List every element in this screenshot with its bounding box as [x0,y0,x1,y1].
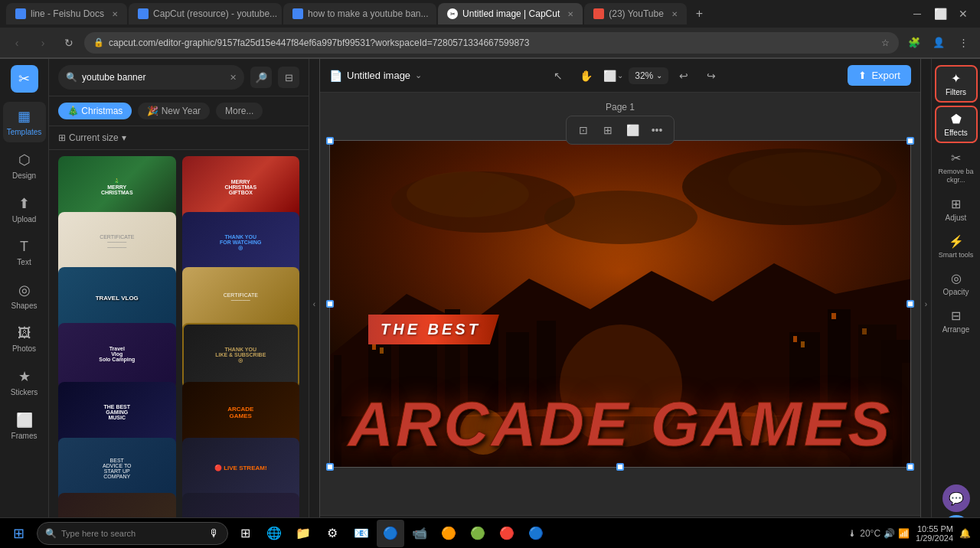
sidebar-item-design[interactable]: ⬡ Design [3,145,46,186]
network-wifi-icon[interactable]: 📶 [898,528,910,539]
export-button[interactable]: ⬆ Export [848,65,911,86]
bookmark-icon[interactable]: ☆ [881,38,890,48]
canvas-frame[interactable]: THE BEST ARCADE GAMES [329,140,911,468]
category-tab-new-year[interactable]: 🎉 New Year [138,103,210,119]
category-tab-more[interactable]: More... [216,103,263,119]
taskbar-right: 🌡 20°C 🔊 📶 10:55 PM 1/29/2024 🔔 [848,524,977,543]
handle-bottom-left[interactable] [326,463,334,471]
taskbar-app5-icon[interactable]: 🔵 [522,520,550,547]
more-options-button[interactable]: ••• [646,119,668,141]
doc-title-chevron-icon[interactable]: ⌄ [415,70,422,80]
current-size-section: ⊞ Current size ▾ [49,126,309,150]
hand-tool-button[interactable]: ✋ [573,64,598,88]
redo-button[interactable]: ↪ [699,64,724,88]
url-bar[interactable]: 🔒 capcut.com/editor-graphic/9157fa25d15e… [84,32,899,54]
search-box[interactable]: 🔍 ✕ [58,65,244,90]
category-tab-christmas[interactable]: 🎄 Christmas [58,103,132,119]
handle-bottom-right[interactable] [906,463,914,471]
right-item-adjust[interactable]: ⊞ Adjust [935,192,978,227]
frame-tool-button[interactable]: ⬜ ⌄ [601,64,626,88]
right-item-opacity[interactable]: ◎ Opacity [935,266,978,301]
handle-bottom-middle[interactable] [616,463,624,471]
tab-youtube[interactable]: (23) YouTube ✕ [584,3,687,24]
taskbar-settings-icon[interactable]: ⚙ [318,520,346,547]
cursor-tool-button[interactable]: ↖ [546,64,570,88]
background-button[interactable]: ⬜ [622,119,643,141]
taskbar-explorer-icon[interactable]: 📁 [289,520,317,547]
image-search-button[interactable]: 🔎 [250,67,272,88]
right-item-effects[interactable]: ⬟ Effects [935,106,978,143]
right-item-smart-tools[interactable]: ⚡ Smart tools [935,230,978,263]
right-item-filters[interactable]: ✦ Filters [935,65,978,103]
filter-button[interactable]: ⊟ [278,67,299,88]
window-restore[interactable]: ⬜ [929,3,951,24]
taskbar-clock[interactable]: 10:55 PM 1/29/2024 [916,524,953,543]
taskbar-chrome-icon[interactable]: 🔵 [377,520,404,547]
new-tab-button[interactable]: + [688,7,710,21]
tab-feishu[interactable]: line - Feishu Docs ✕ [6,3,127,24]
sidebar-item-templates[interactable]: ▦ Templates [3,102,46,142]
selection-toolbar: ⊡ ⊞ ⬜ ••• [566,116,675,145]
taskbar-app2-icon[interactable]: 🟠 [435,520,462,547]
extensions-icon[interactable]: 🧩 [903,32,925,54]
start-button[interactable]: ⊞ [3,520,34,547]
taskbar-search[interactable]: 🔍 Type here to search 🎙 [37,522,228,545]
browser-menu-icon[interactable]: ⋮ [952,32,974,54]
zoom-control[interactable]: 32% ⌄ [629,67,668,84]
sidebar-item-upload[interactable]: ⬆ Upload [3,189,46,230]
tab-favicon-youtube [593,8,604,19]
taskbar-edge-icon[interactable]: 🌐 [260,520,288,547]
current-size-button[interactable]: ⊞ Current size ▾ [58,132,299,143]
svg-rect-18 [372,344,376,350]
sidebar-item-shapes[interactable]: ◎ Shapes [3,276,46,316]
tab-capcut-res[interactable]: CapCut (resource) - youtube... ✕ [129,3,282,24]
ai-enhance-button[interactable]: ⊞ [597,119,619,141]
undo-button[interactable]: ↩ [671,64,696,88]
tab-untitled[interactable]: ✂ Untitled image | CapCut ✕ [438,3,583,24]
tab-close-untitled[interactable]: ✕ [567,10,573,18]
search-icon: 🔍 [66,72,77,83]
taskbar-mail-icon[interactable]: 📧 [348,520,375,547]
capcut-logo[interactable]: ✂ [11,65,38,93]
right-item-remove-bg[interactable]: ✂ Remove backgr... [935,146,978,189]
right-collapse-button[interactable]: › [920,59,931,548]
network-icon[interactable]: 🌡 [848,528,857,539]
nav-back[interactable]: ‹ [6,32,28,54]
tab-favicon-feishu [15,8,26,19]
template-card-thankyou2[interactable]: THANK YOULIKE & SUBSCRIBE◎ [182,323,300,389]
window-minimize[interactable]: ─ [906,3,928,24]
app-container: ✂ ▦ Templates ⬡ Design ⬆ Upload T Text ◎… [0,59,980,548]
taskbar-app4-icon[interactable]: 🔴 [493,520,521,547]
template-card-vlog[interactable]: TravelVlogSolo Camping [58,323,176,389]
handle-middle-right[interactable] [906,300,914,308]
canvas-content[interactable]: Page 1 ⊡ ⊞ ⬜ ••• [320,93,920,515]
panel-collapse-button[interactable]: ‹ [309,59,320,548]
handle-top-left[interactable] [326,137,334,145]
window-close[interactable]: ✕ [952,3,974,24]
stickers-icon: ★ [18,368,31,385]
tab-close-feishu[interactable]: ✕ [112,10,118,18]
crop-button[interactable]: ⊡ [573,119,594,141]
volume-icon[interactable]: 🔊 [884,528,895,539]
tab-how-to[interactable]: how to make a youtube ban... ✕ [283,3,436,24]
sidebar-item-frames[interactable]: ⬜ Frames [3,406,46,446]
profile-icon[interactable]: 👤 [928,32,949,54]
doc-title[interactable]: Untitled image [347,70,410,81]
notification-icon[interactable]: 🔔 [959,528,971,539]
handle-middle-left[interactable] [326,300,334,308]
right-item-arrange[interactable]: ⊟ Arrange [935,304,978,338]
handle-top-right[interactable] [906,137,914,145]
search-clear-icon[interactable]: ✕ [230,73,237,83]
community-button[interactable]: 💬 [942,484,970,512]
nav-refresh[interactable]: ↻ [58,32,80,54]
sidebar-item-photos[interactable]: 🖼 Photos [3,319,46,359]
sidebar-item-stickers[interactable]: ★ Stickers [3,362,46,403]
taskbar-app3-icon[interactable]: 🟢 [464,520,492,547]
nav-forward[interactable]: › [32,32,54,54]
taskbar-zoom-icon[interactable]: 📹 [406,520,433,547]
tab-close-youtube[interactable]: ✕ [671,10,678,18]
task-view-button[interactable]: ⊞ [231,520,259,547]
search-input[interactable] [82,72,225,83]
sidebar-item-text[interactable]: T Text [3,233,46,272]
tab-close-how-to[interactable]: ✕ [436,10,436,18]
